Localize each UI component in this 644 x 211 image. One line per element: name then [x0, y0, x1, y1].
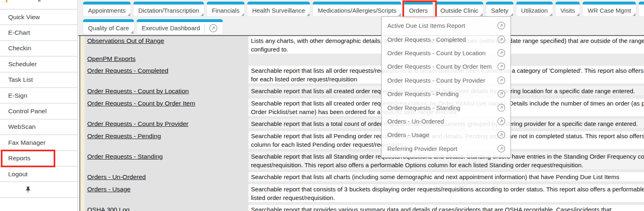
orders-menu-item[interactable]: Order Requests - Pending: [382, 87, 511, 101]
module-tab[interactable]: Dictation/Transcription: [133, 2, 204, 16]
sidebar-item-label: Logout: [8, 171, 27, 178]
report-row: Order Requests - Pending Searchable repo…: [85, 131, 644, 152]
launch-icon[interactable]: [497, 21, 506, 30]
menu-item-label: Order Requests - Count by Provider: [382, 77, 497, 84]
report-link[interactable]: Order Requests - Count by Provider: [87, 119, 188, 128]
sidebar-item-label: E-Chart: [8, 29, 30, 36]
module-tab[interactable]: Utilization: [516, 2, 553, 16]
menu-item-label: Orders - Usage: [382, 131, 497, 138]
tab-label: Visits: [560, 7, 575, 14]
launch-icon[interactable]: [497, 62, 506, 71]
orders-menu-item[interactable]: Order Requests - Count by Location: [382, 46, 511, 60]
module-tab[interactable]: Industrial Hygiene: [639, 2, 644, 16]
menu-item-label: Referring Provider Report: [382, 145, 497, 152]
launch-icon[interactable]: [204, 24, 218, 33]
left-margin-strip: [79, 36, 85, 211]
tab-accent-bar: [247, 2, 310, 4]
launch-icon[interactable]: [497, 49, 506, 57]
menu-item-label: Order Requests - Count by Order Item: [382, 63, 497, 70]
sidebar-item[interactable]: Scheduler: [0, 56, 77, 72]
tab-accent-bar: [404, 2, 433, 4]
menu-item-label: Orders - Un-Ordered: [382, 118, 497, 125]
orders-menu-item[interactable]: Order Requests - Completed: [382, 32, 511, 46]
sidebar-item[interactable]: Checkin: [0, 41, 77, 56]
report-link[interactable]: Order Requests - Count by Location: [87, 87, 189, 95]
module-tab[interactable]: Medications/Allergies/Scripts: [313, 2, 401, 16]
report-row: Orders - Un-Ordered Searchable report th…: [85, 172, 644, 184]
orders-menu-item[interactable]: Order Requests - Count by Order Item: [382, 60, 511, 73]
menu-item-label: Active Due List Items Report: [382, 22, 497, 29]
report-link[interactable]: Order Requests - Standing: [87, 152, 163, 161]
tab-label: Quality of Care: [88, 25, 129, 31]
report-row: Order Requests - Count by Order Item Sea…: [85, 99, 644, 119]
launch-icon[interactable]: [497, 130, 506, 139]
report-row: Order Requests - Standing Searchable rep…: [85, 152, 644, 172]
launch-icon[interactable]: [497, 103, 506, 112]
module-tab[interactable]: WR Case Mgmt: [583, 2, 636, 16]
tab-accent-bar: [313, 2, 401, 4]
report-link[interactable]: Orders - Un-Ordered: [87, 173, 146, 181]
sidebar-item-label: Scheduler: [8, 61, 37, 68]
module-tab[interactable]: Quality of Care: [83, 19, 134, 34]
tab-label: Appointments: [88, 7, 126, 14]
reports-page: Observations Out of Range Lists any char…: [78, 35, 644, 211]
tab-label: Executive Dashboard: [142, 25, 200, 31]
sidebar-item[interactable]: Logout: [0, 166, 77, 182]
sidebar-item[interactable]: Fax Manager: [0, 135, 77, 150]
module-tab[interactable]: Executive Dashboard: [137, 19, 223, 34]
report-description: Searchable report that consists of 3 buc…: [249, 184, 644, 202]
sidebar-item[interactable]: Control Panel: [0, 103, 77, 119]
report-link[interactable]: Order Requests - Pending: [87, 132, 161, 140]
pushpin-icon[interactable]: [25, 186, 31, 193]
report-link[interactable]: OpenPM Exports: [87, 54, 136, 63]
tab-label: Dictation/Transcription: [138, 7, 199, 14]
tab-label: Financials: [212, 7, 240, 14]
reports-table: Observations Out of Range Lists any char…: [85, 36, 644, 211]
tab-accent-bar: [639, 2, 644, 4]
launch-icon[interactable]: [497, 117, 506, 126]
report-row: OpenPM Exports: [85, 54, 644, 66]
orders-menu-item[interactable]: Referring Provider Report: [382, 142, 511, 155]
partial-icon: [6, 0, 7, 2]
sidebar-item-label: E-Sign: [8, 92, 27, 99]
launch-icon[interactable]: [497, 76, 506, 85]
sidebar-item[interactable]: [0, 182, 77, 198]
description-line: Searchable report that consists of 3 buc…: [251, 185, 644, 193]
orders-menu-item[interactable]: Active Due List Items Report: [382, 19, 511, 32]
tab-accent-bar: [516, 2, 553, 4]
module-tab[interactable]: Orders: [404, 2, 433, 16]
orders-dropdown-menu: Active Due List Items Report Order Reque…: [381, 16, 511, 158]
module-tab[interactable]: Appointments: [83, 2, 131, 16]
sidebar-item[interactable]: Task List: [0, 72, 77, 88]
module-tab[interactable]: Outside Clinic: [436, 2, 484, 16]
module-tab[interactable]: Financials: [207, 2, 244, 16]
sidebar-item-label: Task List: [8, 76, 33, 83]
orders-menu-item[interactable]: Orders - Usage: [382, 128, 511, 141]
report-row: Observations Out of Range Lists any char…: [85, 36, 644, 54]
module-tab[interactable]: Visits: [556, 2, 580, 16]
orders-menu-item[interactable]: Order Requests - Standing: [382, 101, 511, 114]
report-row: OSHA 300 Log Searchable report that prov…: [85, 205, 644, 211]
tab-accent-bar: [137, 19, 223, 22]
report-link[interactable]: OSHA 300 Log: [87, 205, 129, 211]
orders-menu-item[interactable]: Orders - Un-Ordered: [382, 114, 511, 128]
orders-menu-item[interactable]: Order Requests - Count by Provider: [382, 74, 511, 87]
launch-icon[interactable]: [497, 144, 506, 153]
module-tab[interactable]: Safety: [486, 2, 513, 16]
launch-icon[interactable]: [497, 90, 506, 98]
sidebar: Quick View E-Chart Checkin: [0, 0, 78, 211]
sidebar-item[interactable]: E-Chart: [0, 25, 77, 40]
tab-label: WR Case Mgmt: [588, 7, 631, 14]
launch-icon[interactable]: [497, 35, 506, 44]
module-tab[interactable]: Health Surveillance: [247, 2, 310, 16]
tab-accent-bar: [133, 2, 204, 4]
report-link[interactable]: Order Requests - Completed: [87, 66, 168, 75]
sidebar-item[interactable]: Reports: [0, 151, 77, 166]
report-link[interactable]: Order Requests - Count by Order Item: [87, 99, 195, 108]
report-link[interactable]: Orders - Usage: [87, 185, 131, 193]
sidebar-item[interactable]: Quick View: [0, 9, 77, 25]
sidebar-item[interactable]: E-Sign: [0, 88, 77, 103]
sidebar-item[interactable]: WebScan: [0, 119, 77, 135]
menu-item-label: Order Requests - Pending: [382, 90, 497, 97]
report-link[interactable]: Observations Out of Range: [87, 36, 164, 45]
